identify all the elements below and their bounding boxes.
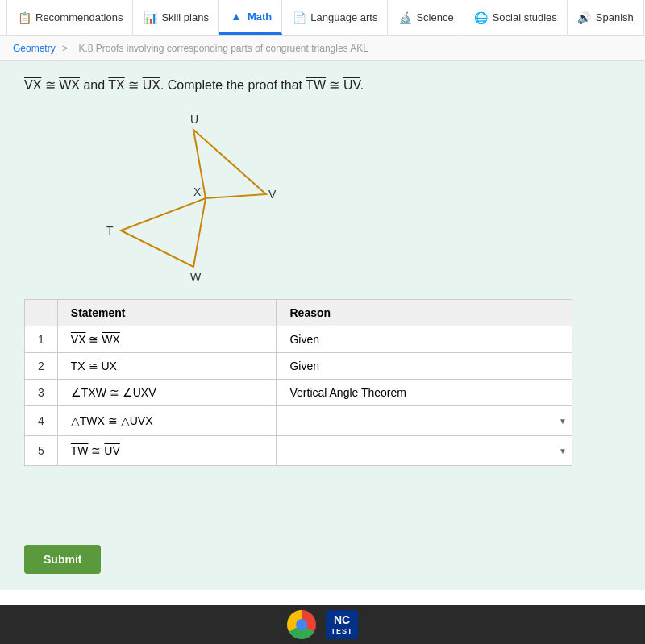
nav-skill-plans-label: Skill plans <box>161 11 209 23</box>
table-header-reason: Reason <box>277 300 572 326</box>
label-x: X <box>194 185 202 198</box>
row-4-reason-input[interactable] <box>289 413 531 429</box>
breadcrumb: Geometry > K.8 Proofs involving correspo… <box>0 36 645 61</box>
table-row: 2 TX ≅ UX Given <box>25 353 572 380</box>
nav-recommendations[interactable]: 📋 Recommendations <box>6 0 133 35</box>
problem-statement: VX ≅ WX and TX ≅ UX. Complete the proof … <box>24 77 621 93</box>
row-5-dropdown-arrow[interactable]: ▼ <box>559 447 567 455</box>
nav-science-label: Science <box>416 11 453 23</box>
nav-math-label: Math <box>248 10 272 23</box>
problem-text: VX ≅ WX and TX ≅ UX. Complete the proof … <box>24 78 364 92</box>
test-text: TEST <box>331 627 352 636</box>
triangle-diagram: U X V T W <box>89 106 298 283</box>
uv-overline: UV <box>343 78 360 92</box>
row-4-dropdown-arrow[interactable]: ▼ <box>559 417 567 426</box>
row-2-reason: Given <box>277 353 572 380</box>
social-studies-icon: 🌐 <box>474 10 489 25</box>
nav-language-arts-label: Language arts <box>310 11 377 23</box>
lower-triangle <box>121 198 206 267</box>
table-row: 1 VX ≅ WX Given <box>25 326 572 353</box>
table-header-num <box>25 300 58 326</box>
chrome-center <box>296 619 307 630</box>
label-w: W <box>190 271 202 283</box>
row-5-reason-cell[interactable]: ▼ <box>277 436 572 466</box>
table-row: 3 ∠TXW ≅ ∠UXV Vertical Angle Theorem <box>25 380 572 406</box>
breadcrumb-current: K.8 Proofs involving corresponding parts… <box>78 43 368 54</box>
breadcrumb-separator: > <box>62 43 70 54</box>
tx-overline: TX <box>108 78 124 92</box>
skill-plans-icon: 📊 <box>143 10 157 25</box>
upper-triangle <box>194 130 266 198</box>
submit-button[interactable]: Submit <box>24 545 101 574</box>
row-5-num: 5 <box>25 436 58 466</box>
chrome-icon <box>287 610 316 639</box>
submit-area: Submit <box>0 529 645 590</box>
nav-spanish[interactable]: 🔊 Spanish <box>568 0 644 35</box>
chrome-taskbar-icon[interactable] <box>287 610 316 639</box>
vx-overline: VX <box>24 78 41 92</box>
row-3-num: 3 <box>25 380 58 406</box>
row-3-statement: ∠TXW ≅ ∠UXV <box>57 380 277 406</box>
nc-text: NC <box>331 613 352 627</box>
table-row: 4 △TWX ≅ △UVX ▼ <box>25 406 572 436</box>
taskbar: NC TEST <box>0 605 645 644</box>
recommendations-icon: 📋 <box>17 10 31 25</box>
row-1-reason: Given <box>277 326 572 353</box>
row-3-reason: Vertical Angle Theorem <box>277 380 572 406</box>
row-1-num: 1 <box>25 326 58 353</box>
nav-science[interactable]: 🔬 Science <box>388 0 464 35</box>
language-arts-icon: 📄 <box>292 10 306 25</box>
row-1-statement: VX ≅ WX <box>57 326 277 353</box>
label-v: V <box>268 188 277 201</box>
nav-skill-plans[interactable]: 📊 Skill plans <box>133 0 219 35</box>
row-5-statement: TW ≅ UV <box>57 436 277 466</box>
tw-overline: TW <box>306 78 326 92</box>
diagram-container: U X V T W <box>89 106 621 283</box>
table-row: 5 TW ≅ UV ▼ <box>25 436 572 466</box>
row-4-reason-cell[interactable]: ▼ <box>277 406 572 436</box>
proof-table: Statement Reason 1 VX ≅ WX Given 2 TX ≅ … <box>24 299 572 466</box>
row-2-statement: TX ≅ UX <box>57 353 277 380</box>
main-content: VX ≅ WX and TX ≅ UX. Complete the proof … <box>0 61 645 529</box>
row-5-reason-input[interactable] <box>289 442 531 459</box>
navbar: 📋 Recommendations 📊 Skill plans ▲ Math 📄… <box>0 0 645 36</box>
nav-social-studies-label: Social studies <box>493 11 557 23</box>
breadcrumb-parent[interactable]: Geometry <box>13 43 56 54</box>
row-2-num: 2 <box>25 353 58 380</box>
nc-test-badge[interactable]: NC TEST <box>326 610 357 639</box>
math-icon: ▲ <box>229 9 243 23</box>
row-4-num: 4 <box>25 406 58 436</box>
row-4-statement: △TWX ≅ △UVX <box>57 406 277 436</box>
science-icon: 🔬 <box>397 10 412 25</box>
ux-overline: UX <box>143 78 160 92</box>
nav-language-arts[interactable]: 📄 Language arts <box>282 0 388 35</box>
nav-social-studies[interactable]: 🌐 Social studies <box>464 0 568 35</box>
spanish-icon: 🔊 <box>577 10 592 25</box>
label-t: T <box>106 224 114 237</box>
nav-math[interactable]: ▲ Math <box>219 0 282 35</box>
wx-overline: WX <box>59 78 80 92</box>
label-u: U <box>190 113 198 126</box>
table-header-statement: Statement <box>57 300 277 326</box>
nav-recommendations-label: Recommendations <box>35 11 123 23</box>
nav-spanish-label: Spanish <box>596 11 634 23</box>
